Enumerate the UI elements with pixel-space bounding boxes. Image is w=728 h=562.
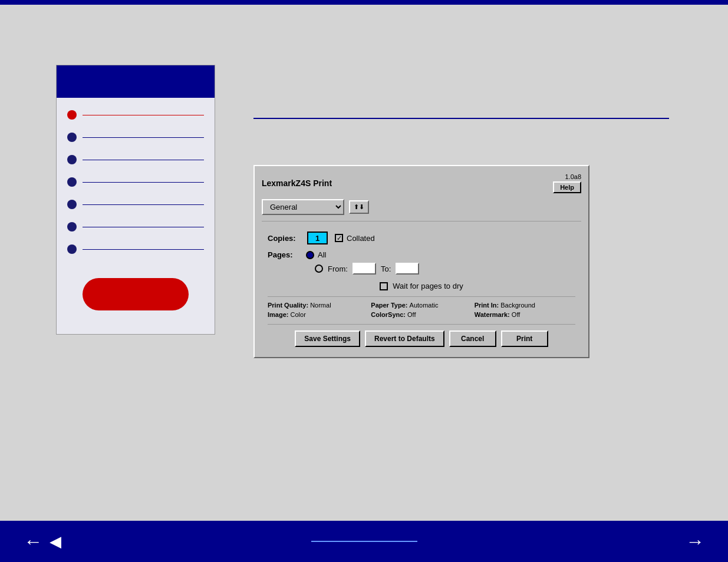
collated-label: Collated xyxy=(347,234,375,243)
info-image-key: Image: xyxy=(268,311,291,318)
info-print-quality-key: Print Quality: xyxy=(268,302,310,309)
forward-arrow-icon[interactable]: → xyxy=(686,531,704,553)
top-bar xyxy=(0,0,728,5)
dialog-body: Copies: ✓ Collated Pages: All From: To: xyxy=(262,229,581,350)
bottom-bar-center xyxy=(311,541,417,542)
sidebar-line xyxy=(83,204,204,205)
sidebar-dot-red xyxy=(67,110,77,120)
sidebar-red-button[interactable] xyxy=(83,278,189,310)
sidebar-line xyxy=(83,227,204,227)
info-print-in-value: Background xyxy=(500,302,535,309)
print-button[interactable]: Print xyxy=(501,330,548,347)
bottom-bar-left: ← ◀ xyxy=(24,531,61,553)
sidebar-dot xyxy=(67,133,77,142)
sidebar-dot xyxy=(67,155,77,164)
info-print-quality-value: Normal xyxy=(310,302,331,309)
info-colorsync-key: ColorSync: xyxy=(371,311,407,318)
sidebar-dot xyxy=(67,200,77,209)
radio-from-button[interactable] xyxy=(315,265,323,273)
pages-label: Pages: xyxy=(268,250,300,259)
sidebar-line xyxy=(83,115,204,115)
dialog-version-help: 1.0a8 Help xyxy=(553,173,581,193)
sidebar-line xyxy=(83,249,204,250)
bottom-bar: ← ◀ → xyxy=(0,521,728,562)
dialog-title: LexmarkZ4S Print xyxy=(262,178,332,188)
revert-to-defaults-button[interactable]: Revert to Defaults xyxy=(365,330,444,347)
info-paper-type: Paper Type: Automatic xyxy=(371,302,472,309)
main-title-line xyxy=(253,118,669,119)
pages-all-row: Pages: All xyxy=(268,250,575,259)
info-watermark-value: Off xyxy=(512,311,520,318)
sidebar-dot xyxy=(67,177,77,187)
cancel-button[interactable]: Cancel xyxy=(449,330,496,347)
pages-all-radio[interactable]: All xyxy=(306,250,326,259)
sidebar xyxy=(56,65,215,335)
info-watermark: Watermark: Off xyxy=(475,311,575,318)
sidebar-line xyxy=(83,160,204,160)
pages-section: Pages: All From: To: xyxy=(268,250,575,275)
info-print-in-key: Print In: xyxy=(475,302,501,309)
list-item[interactable] xyxy=(62,151,209,168)
info-section: Print Quality: Normal Paper Type: Automa… xyxy=(268,296,575,318)
list-item[interactable] xyxy=(62,219,209,235)
copies-input[interactable] xyxy=(307,232,328,244)
info-print-quality: Print Quality: Normal xyxy=(268,302,368,309)
wait-checkbox[interactable] xyxy=(380,282,388,290)
list-item[interactable] xyxy=(62,196,209,213)
sidebar-dot xyxy=(67,244,77,254)
save-settings-button[interactable]: Save Settings xyxy=(295,330,360,347)
list-item[interactable] xyxy=(62,107,209,123)
info-paper-type-key: Paper Type: xyxy=(371,302,409,309)
collated-checkbox[interactable]: ✓ xyxy=(335,234,343,242)
info-print-in: Print In: Background xyxy=(475,302,575,309)
sidebar-items xyxy=(57,98,215,266)
sidebar-line xyxy=(83,182,204,183)
from-input[interactable] xyxy=(353,263,376,275)
info-image: Image: Color xyxy=(268,311,368,318)
wait-row: Wait for pages to dry xyxy=(268,282,575,290)
general-dropdown[interactable]: General xyxy=(262,199,344,215)
sidebar-dot xyxy=(67,222,77,232)
dialog-title-bar: LexmarkZ4S Print 1.0a8 Help xyxy=(262,173,581,193)
info-image-value: Color xyxy=(291,311,306,318)
print-dialog: LexmarkZ4S Print 1.0a8 Help General ⬆⬇ C… xyxy=(253,165,589,358)
back-arrow-left-icon[interactable]: ← xyxy=(24,531,42,553)
bottom-center-line xyxy=(311,541,417,542)
button-row: Save Settings Revert to Defaults Cancel … xyxy=(268,324,575,347)
all-label: All xyxy=(318,250,326,259)
info-colorsync: ColorSync: Off xyxy=(371,311,472,318)
copies-row: Copies: ✓ Collated xyxy=(268,232,575,244)
collated-row: ✓ Collated xyxy=(335,234,375,243)
back-arrow-icon[interactable]: ◀ xyxy=(50,533,61,551)
radio-all-button[interactable] xyxy=(306,251,314,259)
from-row: From: To: xyxy=(315,263,575,275)
list-item[interactable] xyxy=(62,241,209,257)
dialog-version: 1.0a8 xyxy=(565,173,581,180)
sidebar-line xyxy=(83,137,204,138)
info-colorsync-value: Off xyxy=(407,311,416,318)
wait-label: Wait for pages to dry xyxy=(393,282,463,290)
info-watermark-key: Watermark: xyxy=(475,311,512,318)
list-item[interactable] xyxy=(62,129,209,146)
dropdown-arrows-icon[interactable]: ⬆⬇ xyxy=(349,200,369,214)
from-label: From: xyxy=(328,265,348,273)
info-paper-type-value: Automatic xyxy=(410,302,439,309)
copies-label: Copies: xyxy=(268,234,300,243)
to-label: To: xyxy=(381,265,391,273)
list-item[interactable] xyxy=(62,174,209,190)
help-button[interactable]: Help xyxy=(553,181,581,193)
dropdown-row: General ⬆⬇ xyxy=(262,199,581,222)
to-input[interactable] xyxy=(396,263,419,275)
sidebar-header xyxy=(57,65,215,98)
